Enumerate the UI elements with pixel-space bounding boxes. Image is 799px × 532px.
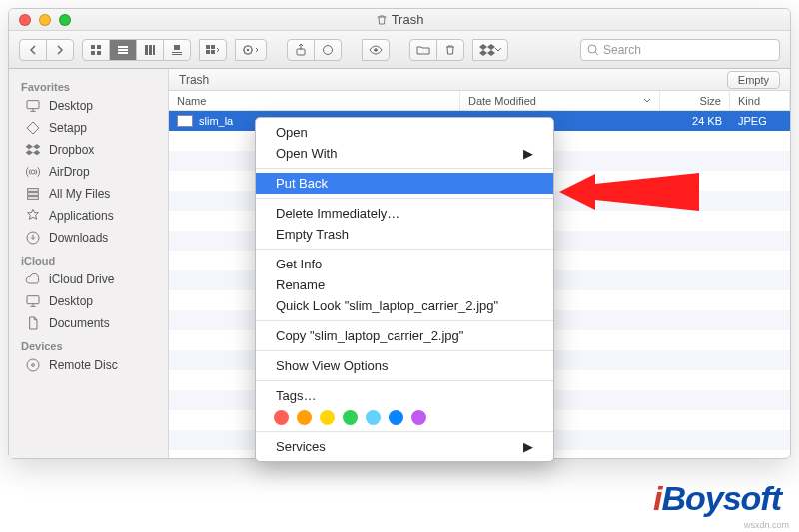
svg-rect-3 — [97, 51, 101, 55]
sidebar-item-allmyfiles[interactable]: All My Files — [9, 183, 168, 205]
search-field[interactable]: Search — [580, 39, 780, 61]
empty-trash-button[interactable]: Empty — [727, 71, 780, 89]
menu-rename[interactable]: Rename — [256, 274, 553, 295]
sidebar-item-icloud-desktop[interactable]: Desktop — [9, 290, 168, 312]
action-menu-button[interactable] — [235, 39, 267, 61]
svg-rect-14 — [211, 45, 215, 49]
menu-show-view-options[interactable]: Show View Options — [256, 355, 553, 376]
svg-point-21 — [374, 48, 378, 52]
menu-open[interactable]: Open — [256, 122, 553, 143]
menu-services[interactable]: Services▶ — [256, 436, 553, 457]
svg-rect-15 — [206, 50, 210, 54]
svg-rect-26 — [28, 193, 39, 196]
sidebar-item-applications[interactable]: Applications — [9, 205, 168, 227]
svg-rect-4 — [118, 46, 128, 48]
menu-separator — [256, 350, 553, 351]
submenu-arrow-icon: ▶ — [523, 439, 533, 454]
view-list-button[interactable] — [109, 39, 137, 61]
svg-rect-9 — [153, 45, 155, 55]
disc-icon — [25, 357, 41, 373]
view-columns-button[interactable] — [136, 39, 164, 61]
cloud-icon — [25, 271, 41, 287]
view-switch — [82, 39, 191, 61]
window-traffic-lights — [9, 14, 71, 26]
svg-rect-5 — [118, 49, 128, 51]
trash-icon — [376, 14, 388, 26]
back-button[interactable] — [19, 39, 47, 61]
tag-cyan[interactable] — [366, 410, 381, 425]
svg-point-31 — [32, 364, 35, 367]
sidebar-item-airdrop[interactable]: AirDrop — [9, 161, 168, 183]
share-button[interactable] — [287, 39, 315, 61]
action-group — [235, 39, 267, 61]
svg-rect-6 — [118, 52, 128, 54]
file-kind: JPEG — [738, 115, 767, 127]
zoom-window-button[interactable] — [59, 14, 71, 26]
apps-icon — [25, 208, 41, 224]
menu-get-info[interactable]: Get Info — [256, 254, 553, 274]
list-icon — [117, 44, 129, 56]
desktop-icon — [25, 98, 41, 114]
minimize-window-button[interactable] — [39, 14, 51, 26]
airdrop-icon — [25, 164, 41, 180]
menu-open-with[interactable]: Open With▶ — [256, 143, 553, 164]
menu-separator — [256, 431, 553, 432]
menu-empty-trash[interactable]: Empty Trash — [256, 224, 553, 245]
menu-quick-look[interactable]: Quick Look "slim_laptop_carrier_2.jpg" — [256, 295, 553, 316]
arrange-button[interactable] — [199, 39, 227, 61]
col-name[interactable]: Name — [169, 91, 460, 110]
sidebar-item-setapp[interactable]: Setapp — [9, 117, 168, 139]
diamond-icon — [25, 120, 41, 136]
sidebar-item-desktop[interactable]: Desktop — [9, 95, 168, 117]
stack-icon — [25, 186, 41, 202]
col-kind[interactable]: Kind — [730, 91, 790, 110]
quicklook-button[interactable] — [362, 39, 390, 61]
tag-green[interactable] — [343, 410, 358, 425]
svg-rect-0 — [91, 45, 95, 49]
view-coverflow-button[interactable] — [163, 39, 191, 61]
sidebar-item-dropbox[interactable]: Dropbox — [9, 139, 168, 161]
brand-watermark: iBoysoft — [653, 479, 781, 518]
menu-tags-label: Tags… — [256, 385, 553, 406]
svg-rect-23 — [27, 101, 39, 109]
sidebar: Favorites Desktop Setapp Dropbox AirDrop… — [9, 69, 169, 458]
path-bar: Trash Empty — [169, 69, 790, 91]
tag-purple[interactable] — [411, 410, 426, 425]
trash2-icon — [444, 44, 456, 56]
col-size[interactable]: Size — [660, 91, 730, 110]
sidebar-header-devices: Devices — [9, 334, 168, 354]
tag-red[interactable] — [274, 410, 289, 425]
col-date[interactable]: Date Modified — [460, 91, 660, 110]
sidebar-item-iclouddrive[interactable]: iCloud Drive — [9, 268, 168, 290]
tag-orange[interactable] — [297, 410, 312, 425]
titlebar: Trash — [9, 9, 790, 31]
dropbox-group — [472, 39, 508, 61]
document-icon — [25, 315, 41, 331]
forward-button[interactable] — [46, 39, 74, 61]
search-placeholder: Search — [603, 43, 641, 57]
sidebar-item-documents[interactable]: Documents — [9, 312, 168, 334]
svg-point-22 — [588, 45, 596, 53]
sidebar-item-remotedisc[interactable]: Remote Disc — [9, 354, 168, 376]
close-window-button[interactable] — [19, 14, 31, 26]
menu-separator — [256, 320, 553, 321]
eye-icon — [369, 45, 383, 55]
tag-yellow[interactable] — [320, 410, 335, 425]
dropbox-icon — [479, 44, 495, 56]
view-icons-button[interactable] — [82, 39, 110, 61]
dropbox-button[interactable] — [472, 39, 508, 61]
svg-point-30 — [27, 359, 39, 371]
tag-icon — [322, 44, 334, 56]
delete-button[interactable] — [436, 39, 464, 61]
source-watermark: wsxdn.com — [744, 520, 789, 530]
tags-button[interactable] — [314, 39, 342, 61]
tag-blue[interactable] — [389, 410, 403, 425]
file-size: 24 KB — [692, 115, 722, 127]
menu-delete-immediately[interactable]: Delete Immediately… — [256, 203, 553, 224]
new-folder-button[interactable] — [409, 39, 437, 61]
sidebar-item-downloads[interactable]: Downloads — [9, 227, 168, 249]
quicklook-group — [362, 39, 390, 61]
search-icon — [587, 44, 599, 56]
menu-copy[interactable]: Copy "slim_laptop_carrier_2.jpg" — [256, 325, 553, 346]
menu-put-back[interactable]: Put Back — [256, 173, 553, 194]
